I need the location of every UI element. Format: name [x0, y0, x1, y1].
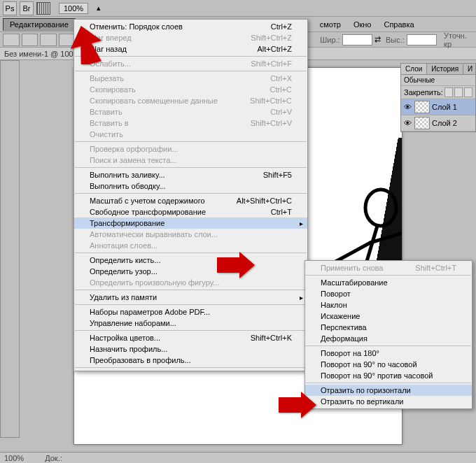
- lock-position-icon[interactable]: [464, 87, 472, 97]
- menu-item[interactable]: Удалить из памяти▸: [74, 292, 307, 303]
- zoom-value[interactable]: 100%: [59, 3, 88, 14]
- refine-label[interactable]: Уточн. кр: [444, 31, 473, 48]
- menu-item[interactable]: Свободное трансформированиеCtrl+T: [74, 206, 307, 218]
- menu-item[interactable]: Определить узор...: [74, 266, 307, 277]
- chevron-up-icon: ▴: [97, 3, 101, 13]
- menu-item: Применить сноваShift+Ctrl+T: [305, 262, 472, 273]
- menu-item[interactable]: Наклон: [305, 299, 472, 311]
- menu-item[interactable]: Назначить профиль...: [74, 343, 307, 355]
- menu-item: Очистить: [74, 129, 307, 140]
- menu-item[interactable]: Отразить по горизонтали: [305, 385, 472, 396]
- transform-submenu: Применить сноваShift+Ctrl+TМасштабирован…: [304, 260, 472, 409]
- menu-item[interactable]: Трансформирование▸: [74, 218, 307, 229]
- layer-row[interactable]: 👁 Слой 2: [401, 115, 475, 131]
- menu-item[interactable]: Управление наборами...: [74, 318, 307, 329]
- menu-item: Шаг впередShift+Ctrl+Z: [74, 32, 307, 43]
- menu-item[interactable]: Поворот: [305, 288, 472, 299]
- menu-item[interactable]: Поворот на 90° по часовой: [305, 359, 472, 370]
- layers-panel: Слои История И Обычные Закрепить: 👁 Слой…: [400, 63, 476, 132]
- menu-edit[interactable]: Редактирование: [3, 18, 76, 31]
- status-doc[interactable]: Док.:: [45, 454, 62, 462]
- layer-name[interactable]: Слой 1: [432, 103, 457, 111]
- layer-row[interactable]: 👁 Слой 1: [401, 99, 475, 115]
- tab-info[interactable]: И: [463, 64, 476, 74]
- status-zoom[interactable]: 100%: [4, 454, 24, 462]
- menu-item: Поиск и замена текста...: [74, 155, 307, 166]
- menu-item: Аннотация слоев...: [74, 240, 307, 251]
- layer-name[interactable]: Слой 2: [432, 119, 457, 127]
- width-field[interactable]: [342, 34, 372, 45]
- width-label: Шир.:: [320, 36, 340, 44]
- lock-row: Закрепить:: [401, 86, 475, 99]
- menu-item: Определить произвольную фигуру...: [74, 277, 307, 288]
- menu-item[interactable]: Определить кисть...: [74, 255, 307, 266]
- eye-icon[interactable]: 👁: [402, 118, 412, 128]
- menu-item[interactable]: Выполнить обводку...: [74, 180, 307, 192]
- bridge-icon[interactable]: Br: [20, 1, 34, 15]
- menu-item: Проверка орфографии...: [74, 143, 307, 155]
- tab-history[interactable]: История: [427, 64, 463, 74]
- height-label: Выс.:: [386, 36, 405, 44]
- height-field[interactable]: [407, 34, 437, 45]
- selection-mode-2[interactable]: [40, 34, 57, 46]
- app-icon[interactable]: Ps: [3, 1, 17, 15]
- tool-preset[interactable]: [3, 34, 20, 46]
- swap-icon[interactable]: ⇄: [374, 35, 381, 44]
- svg-point-0: [365, 190, 396, 226]
- menu-item: ВставитьCtrl+V: [74, 106, 307, 117]
- chevron-right-icon: ▸: [300, 294, 303, 301]
- lock-pixels-icon[interactable]: [454, 87, 463, 97]
- toolbox[interactable]: [0, 60, 20, 438]
- edit-dropdown-menu: Отменить: Порядок слоевCtrl+ZШаг впередS…: [74, 19, 308, 371]
- menu-item[interactable]: Поворот на 180°: [305, 348, 472, 359]
- selection-mode-1[interactable]: [22, 34, 38, 46]
- menu-item[interactable]: Преобразовать в профиль...: [74, 355, 307, 366]
- menu-item[interactable]: Масштаб с учетом содержимогоAlt+Shift+Ct…: [74, 195, 307, 206]
- menu-item[interactable]: Настройка цветов...Shift+Ctrl+K: [74, 332, 307, 343]
- menu-window[interactable]: Окно: [347, 19, 378, 30]
- selection-mode-3[interactable]: [59, 34, 76, 46]
- document-title: Без имени-1 @ 100: [4, 50, 74, 58]
- menu-view[interactable]: смотр: [314, 19, 347, 30]
- menu-item: ВырезатьCtrl+X: [74, 73, 307, 84]
- layer-thumb: [414, 101, 430, 113]
- eye-icon[interactable]: 👁: [402, 102, 412, 112]
- menu-item[interactable]: Деформация: [305, 333, 472, 344]
- menu-item: Автоматически выравнивать слои...: [74, 229, 307, 240]
- menu-item[interactable]: Перспектива: [305, 322, 472, 333]
- menu-item[interactable]: Шаг назадAlt+Ctrl+Z: [74, 43, 307, 55]
- menu-help[interactable]: Справка: [377, 19, 420, 30]
- lock-transparency-icon[interactable]: [444, 87, 453, 97]
- film-icon[interactable]: [36, 2, 50, 15]
- status-bar: 100% Док.:: [0, 452, 476, 463]
- tab-layers[interactable]: Слои: [401, 64, 427, 74]
- menu-item[interactable]: Отменить: Порядок слоевCtrl+Z: [74, 21, 307, 32]
- menu-item: СкопироватьCtrl+C: [74, 84, 307, 95]
- menu-item: Скопировать совмещенные данныеShift+Ctrl…: [74, 95, 307, 106]
- menu-item: Ослабить...Shift+Ctrl+F: [74, 58, 307, 69]
- menu-item[interactable]: Отразить по вертикали: [305, 396, 472, 407]
- chevron-right-icon: ▸: [300, 220, 303, 227]
- lock-label: Закрепить:: [404, 88, 443, 97]
- menu-item[interactable]: Поворот на 90° против часовой: [305, 370, 472, 381]
- layer-thumb: [414, 117, 430, 129]
- menu-item[interactable]: Наборы параметров Adobe PDF...: [74, 306, 307, 318]
- menu-item[interactable]: Масштабирование: [305, 277, 472, 288]
- menu-item: Вставить вShift+Ctrl+V: [74, 117, 307, 129]
- menu-item[interactable]: Выполнить заливку...Shift+F5: [74, 169, 307, 180]
- menu-item[interactable]: Искажение: [305, 311, 472, 322]
- top-strip: Ps Br 100% ▴: [0, 0, 476, 17]
- blend-mode[interactable]: Обычные: [401, 75, 475, 86]
